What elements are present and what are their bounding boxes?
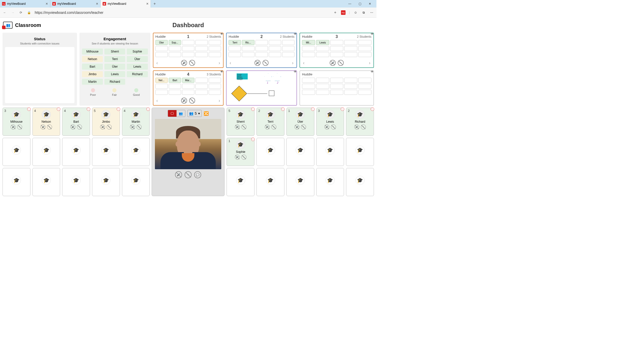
group-size-select[interactable]: 👥 5 ▾ — [187, 110, 202, 117]
grid-mode-icon[interactable]: 👥 — [177, 110, 185, 117]
student-card[interactable]: 5 − 🎓 Jimbo 🎤 ✎ — [92, 108, 120, 136]
student-card[interactable]: 5 − 🎓 Sherri 🎤 ✎ — [227, 108, 254, 136]
student-card[interactable]: 4 − 🎓 Nelson 🎤 ✎ — [32, 108, 60, 136]
engagement-chip[interactable]: Milhouse — [82, 49, 103, 55]
view-mode-toggle[interactable]: 🖵 👥 — [168, 110, 185, 117]
student-chip[interactable]: Üter — [155, 40, 168, 45]
presentation-mode-icon[interactable]: 🖵 — [168, 110, 177, 117]
mute-mic-button[interactable]: 🎤 — [235, 124, 240, 129]
disable-pen-button[interactable]: ✎ — [263, 60, 269, 66]
engagement-chip[interactable]: Terri — [104, 56, 125, 62]
prev-button[interactable]: ‹ — [229, 60, 232, 66]
close-icon[interactable]: ✕ — [46, 2, 48, 6]
disable-pen-button[interactable]: ✎ — [189, 98, 195, 104]
remove-student-button[interactable]: − — [251, 138, 255, 141]
minimize-button[interactable]: — — [345, 2, 354, 6]
favorites-icon[interactable]: ✩ — [353, 10, 358, 15]
disable-pen-button[interactable]: ✎ — [301, 124, 306, 129]
huddle-2[interactable]: 👁 Huddle 2 2 Students Terri Ric... ‹ 🎤 ✎… — [226, 33, 297, 68]
mute-mic-button[interactable]: 🎤 — [100, 124, 105, 129]
huddle-3[interactable]: 👁 Huddle 3 2 Students Mil... Lewis ‹ 🎤 ✎… — [299, 33, 374, 68]
mute-mic-button[interactable]: 🎤 — [181, 98, 187, 104]
student-card[interactable]: 2 − 🎓 Richard 🎤 ✎ — [346, 108, 374, 136]
next-button[interactable]: › — [218, 60, 221, 66]
remove-student-button[interactable]: − — [27, 107, 31, 111]
prev-button[interactable]: ‹ — [155, 98, 159, 103]
mute-mic-button[interactable]: 🎤 — [354, 124, 359, 129]
student-chip[interactable]: Mil... — [302, 40, 315, 45]
remove-student-button[interactable]: − — [251, 107, 255, 111]
browser-tab-3[interactable]: ▦ myViewBoard ✕ — [101, 0, 151, 8]
remove-student-button[interactable]: − — [117, 107, 120, 111]
prev-button[interactable]: ‹ — [302, 60, 306, 66]
student-chip[interactable]: Bart — [169, 78, 181, 83]
forward-button[interactable]: → — [11, 10, 15, 15]
huddle-empty[interactable]: 👁 Huddle — [299, 70, 374, 106]
huddle-canvas-preview[interactable]: 👁 Triangle Square Hexagon Rectangle Pent… — [226, 70, 297, 106]
engagement-chip[interactable]: Lewis — [104, 71, 125, 77]
site-info-icon[interactable]: 🔒 — [27, 10, 31, 15]
tracking-icon[interactable]: ✧ — [333, 10, 337, 15]
mute-mic-button[interactable]: 🎤 — [130, 124, 135, 129]
engagement-chip[interactable]: Richard — [127, 71, 148, 77]
mute-mic-button[interactable]: 🎤 — [175, 171, 182, 178]
remove-student-button[interactable]: − — [57, 107, 60, 111]
disable-pen-button[interactable]: ✎ — [77, 124, 82, 129]
student-card[interactable]: 4 − 🎓 Martin 🎤 ✎ — [122, 108, 150, 136]
remove-student-button[interactable]: − — [371, 107, 374, 111]
mute-mic-button[interactable]: 🎤 — [324, 124, 329, 129]
refresh-button[interactable]: ⟳ — [19, 10, 23, 15]
disable-pen-button[interactable]: ✎ — [271, 124, 276, 129]
disable-pen-button[interactable]: ✎ — [185, 171, 192, 178]
mute-mic-button[interactable]: 🎤 — [181, 60, 187, 66]
new-tab-button[interactable]: + — [151, 2, 158, 6]
more-icon[interactable]: ⋯ — [369, 10, 374, 15]
student-chip[interactable]: Terri — [229, 40, 241, 45]
address-bar[interactable]: https://myviewboard.com/classroom/teache… — [35, 11, 329, 15]
disable-pen-button[interactable]: ✎ — [107, 124, 112, 129]
remove-student-button[interactable]: − — [311, 107, 315, 111]
mute-mic-button[interactable]: 🎤 — [330, 60, 336, 66]
shuffle-button[interactable]: 🔀 — [204, 111, 209, 116]
student-card[interactable]: 2 − 🎓 Terri 🎤 ✎ — [256, 108, 284, 136]
remove-student-button[interactable]: − — [281, 107, 285, 111]
next-button[interactable]: › — [218, 98, 221, 103]
teacher-video[interactable] — [155, 119, 221, 169]
maximize-button[interactable]: ▢ — [355, 2, 364, 6]
engagement-chip[interactable]: Jimbo — [82, 71, 103, 77]
engagement-chip[interactable]: Üter — [127, 56, 148, 62]
close-icon[interactable]: ✕ — [146, 2, 149, 6]
student-card[interactable]: 1 − 🎓 Sophie 🎤 ✎ — [227, 138, 254, 166]
close-window-button[interactable]: ✕ — [365, 2, 374, 6]
student-card[interactable]: 1 − 🎓 Üter 🎤 ✎ — [286, 108, 314, 136]
cast-icon[interactable]: 👁 — [371, 70, 374, 73]
remove-student-button[interactable]: − — [341, 107, 344, 111]
next-button[interactable]: › — [368, 60, 371, 66]
mute-mic-button[interactable]: 🎤 — [294, 124, 299, 129]
student-chip[interactable]: Ric... — [242, 40, 254, 45]
disable-pen-button[interactable]: ✎ — [361, 124, 366, 129]
engagement-chip[interactable]: Richard — [104, 79, 125, 85]
collections-icon[interactable]: ⧉ — [361, 10, 366, 15]
engagement-chip[interactable]: Nelson — [82, 56, 103, 62]
student-chip[interactable]: Mar... — [182, 78, 194, 83]
huddle-4[interactable]: 👁 Huddle 4 3 Students Nel... Bart Mar...… — [153, 70, 224, 106]
browser-tab-1[interactable]: my myViewBoard ✕ — [0, 0, 50, 8]
close-icon[interactable]: ✕ — [96, 2, 98, 6]
mute-mic-button[interactable]: 🎤 — [70, 124, 75, 129]
browser-tab-2[interactable]: ▦ myViewBoard ✕ — [50, 0, 101, 8]
disable-pen-button[interactable]: ✎ — [47, 124, 52, 129]
cast-icon[interactable]: 👁 — [294, 32, 297, 36]
prev-button[interactable]: ‹ — [155, 60, 159, 66]
mute-mic-button[interactable]: 🎤 — [40, 124, 46, 129]
student-chip[interactable]: Sop... — [169, 40, 181, 45]
cast-icon[interactable]: 👁 — [220, 70, 223, 73]
mute-mic-button[interactable]: 🎤 — [265, 124, 270, 129]
engagement-chip[interactable]: Lewis — [127, 64, 148, 70]
cast-icon[interactable]: 👁 — [220, 32, 223, 36]
mute-mic-button[interactable]: 🎤 — [235, 155, 240, 160]
disable-pen-button[interactable]: ✎ — [241, 155, 246, 160]
student-chip[interactable]: Lewis — [316, 40, 329, 45]
engagement-chip[interactable]: Martin — [82, 79, 103, 85]
student-chip[interactable]: Nel... — [155, 78, 168, 83]
